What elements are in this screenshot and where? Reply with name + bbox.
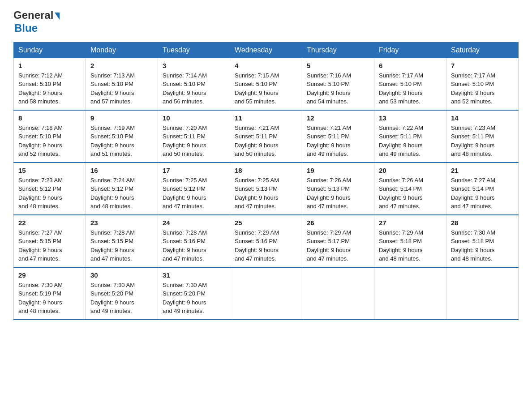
day-info: Sunrise: 7:22 AM Sunset: 5:11 PM Dayligh… — [379, 124, 442, 158]
sunset-label: Sunset: 5:10 PM — [307, 81, 350, 87]
daylight-label: Daylight: 9 hours — [163, 299, 206, 306]
day-number: 11 — [235, 114, 297, 122]
logo-chevron-icon — [55, 13, 60, 20]
sunset-label: Sunset: 5:12 PM — [90, 185, 133, 192]
day-number: 13 — [379, 114, 442, 122]
daylight-label: Daylight: 9 hours — [379, 194, 423, 201]
sunrise-label: Sunrise: 7:20 AM — [163, 124, 207, 131]
calendar-cell: 18 Sunrise: 7:25 AM Sunset: 5:13 PM Dayl… — [230, 163, 302, 215]
daylight-minutes: and 47 minutes. — [451, 203, 493, 210]
calendar-cell: 31 Sunrise: 7:30 AM Sunset: 5:20 PM Dayl… — [158, 267, 230, 320]
day-number: 15 — [18, 167, 81, 174]
day-info: Sunrise: 7:21 AM Sunset: 5:11 PM Dayligh… — [307, 124, 369, 158]
calendar-cell: 5 Sunrise: 7:16 AM Sunset: 5:10 PM Dayli… — [302, 58, 374, 110]
day-info: Sunrise: 7:12 AM Sunset: 5:10 PM Dayligh… — [18, 71, 81, 106]
daylight-label: Daylight: 9 hours — [379, 247, 423, 253]
calendar-cell: 8 Sunrise: 7:18 AM Sunset: 5:10 PM Dayli… — [14, 110, 86, 163]
calendar-week-row: 1 Sunrise: 7:12 AM Sunset: 5:10 PM Dayli… — [14, 58, 519, 110]
day-info: Sunrise: 7:27 AM Sunset: 5:14 PM Dayligh… — [451, 176, 514, 211]
daylight-minutes: and 47 minutes. — [379, 203, 420, 210]
daylight-label: Daylight: 9 hours — [18, 194, 62, 201]
daylight-minutes: and 52 minutes. — [451, 98, 493, 105]
day-info: Sunrise: 7:23 AM Sunset: 5:11 PM Dayligh… — [451, 124, 514, 158]
day-number: 25 — [235, 219, 297, 227]
sunrise-label: Sunrise: 7:29 AM — [379, 229, 423, 236]
header-thursday: Thursday — [302, 42, 374, 58]
day-info: Sunrise: 7:29 AM Sunset: 5:17 PM Dayligh… — [307, 228, 369, 263]
daylight-minutes: and 47 minutes. — [307, 255, 348, 262]
day-info: Sunrise: 7:26 AM Sunset: 5:13 PM Dayligh… — [307, 176, 369, 211]
daylight-label: Daylight: 9 hours — [235, 90, 279, 96]
calendar-cell: 4 Sunrise: 7:15 AM Sunset: 5:10 PM Dayli… — [230, 58, 302, 110]
day-number: 14 — [451, 114, 514, 122]
sunset-label: Sunset: 5:13 PM — [235, 185, 278, 192]
header-saturday: Saturday — [446, 42, 519, 58]
sunrise-label: Sunrise: 7:27 AM — [18, 229, 63, 236]
daylight-label: Daylight: 9 hours — [163, 90, 206, 96]
sunset-label: Sunset: 5:18 PM — [379, 238, 422, 244]
day-number: 4 — [235, 62, 297, 69]
sunset-label: Sunset: 5:10 PM — [379, 81, 422, 87]
sunrise-label: Sunrise: 7:30 AM — [90, 282, 135, 288]
sunset-label: Sunset: 5:10 PM — [163, 81, 206, 87]
sunset-label: Sunset: 5:16 PM — [163, 238, 206, 244]
day-number: 17 — [163, 167, 225, 174]
day-number: 20 — [379, 167, 442, 174]
sunrise-label: Sunrise: 7:22 AM — [379, 124, 423, 131]
calendar-cell: 16 Sunrise: 7:24 AM Sunset: 5:12 PM Dayl… — [86, 163, 158, 215]
daylight-label: Daylight: 9 hours — [451, 142, 495, 149]
header-friday: Friday — [374, 42, 446, 58]
sunrise-label: Sunrise: 7:17 AM — [379, 72, 423, 79]
daylight-minutes: and 47 minutes. — [235, 203, 276, 210]
calendar-cell: 26 Sunrise: 7:29 AM Sunset: 5:17 PM Dayl… — [302, 215, 374, 267]
daylight-label: Daylight: 9 hours — [451, 194, 495, 201]
day-info: Sunrise: 7:29 AM Sunset: 5:16 PM Dayligh… — [235, 228, 297, 263]
daylight-label: Daylight: 9 hours — [451, 247, 495, 253]
daylight-minutes: and 47 minutes. — [163, 255, 204, 262]
calendar-cell: 30 Sunrise: 7:30 AM Sunset: 5:20 PM Dayl… — [86, 267, 158, 320]
calendar-cell: 25 Sunrise: 7:29 AM Sunset: 5:16 PM Dayl… — [230, 215, 302, 267]
day-info: Sunrise: 7:26 AM Sunset: 5:14 PM Dayligh… — [379, 176, 442, 211]
day-info: Sunrise: 7:20 AM Sunset: 5:11 PM Dayligh… — [163, 124, 225, 158]
day-number: 16 — [90, 167, 153, 174]
sunrise-label: Sunrise: 7:30 AM — [163, 282, 207, 288]
day-info: Sunrise: 7:25 AM Sunset: 5:13 PM Dayligh… — [235, 176, 297, 211]
sunrise-label: Sunrise: 7:17 AM — [451, 72, 495, 79]
daylight-label: Daylight: 9 hours — [90, 247, 134, 253]
day-number: 28 — [451, 219, 514, 227]
daylight-minutes: and 54 minutes. — [307, 98, 348, 105]
calendar-cell: 21 Sunrise: 7:27 AM Sunset: 5:14 PM Dayl… — [446, 163, 519, 215]
calendar-header-row: SundayMondayTuesdayWednesdayThursdayFrid… — [14, 42, 519, 58]
day-number: 19 — [307, 167, 369, 174]
day-number: 24 — [163, 219, 225, 227]
daylight-label: Daylight: 9 hours — [307, 142, 351, 149]
daylight-minutes: and 49 minutes. — [379, 150, 420, 157]
day-info: Sunrise: 7:21 AM Sunset: 5:11 PM Dayligh… — [235, 124, 297, 158]
sunrise-label: Sunrise: 7:21 AM — [235, 124, 279, 131]
calendar-cell: 10 Sunrise: 7:20 AM Sunset: 5:11 PM Dayl… — [158, 110, 230, 163]
sunset-label: Sunset: 5:20 PM — [163, 290, 206, 297]
sunrise-label: Sunrise: 7:28 AM — [163, 229, 207, 236]
daylight-label: Daylight: 9 hours — [18, 90, 62, 96]
daylight-minutes: and 48 minutes. — [90, 203, 132, 210]
calendar-week-row: 22 Sunrise: 7:27 AM Sunset: 5:15 PM Dayl… — [14, 215, 519, 267]
calendar-cell: 24 Sunrise: 7:28 AM Sunset: 5:16 PM Dayl… — [158, 215, 230, 267]
logo: General Blue — [13, 9, 60, 35]
day-info: Sunrise: 7:18 AM Sunset: 5:10 PM Dayligh… — [18, 124, 81, 158]
calendar-week-row: 29 Sunrise: 7:30 AM Sunset: 5:19 PM Dayl… — [14, 267, 519, 320]
daylight-label: Daylight: 9 hours — [451, 90, 495, 96]
day-info: Sunrise: 7:27 AM Sunset: 5:15 PM Dayligh… — [18, 228, 81, 263]
daylight-minutes: and 47 minutes. — [235, 255, 276, 262]
day-number: 22 — [18, 219, 81, 227]
daylight-label: Daylight: 9 hours — [90, 90, 134, 96]
day-info: Sunrise: 7:15 AM Sunset: 5:10 PM Dayligh… — [235, 71, 297, 106]
calendar-cell: 22 Sunrise: 7:27 AM Sunset: 5:15 PM Dayl… — [14, 215, 86, 267]
calendar-cell: 19 Sunrise: 7:26 AM Sunset: 5:13 PM Dayl… — [302, 163, 374, 215]
day-number: 1 — [18, 62, 81, 69]
day-info: Sunrise: 7:30 AM Sunset: 5:20 PM Dayligh… — [90, 281, 153, 316]
sunset-label: Sunset: 5:11 PM — [235, 133, 278, 140]
page-header: General Blue — [13, 9, 519, 35]
calendar-cell: 9 Sunrise: 7:19 AM Sunset: 5:10 PM Dayli… — [86, 110, 158, 163]
sunrise-label: Sunrise: 7:24 AM — [90, 177, 135, 184]
sunrise-label: Sunrise: 7:26 AM — [379, 177, 423, 184]
